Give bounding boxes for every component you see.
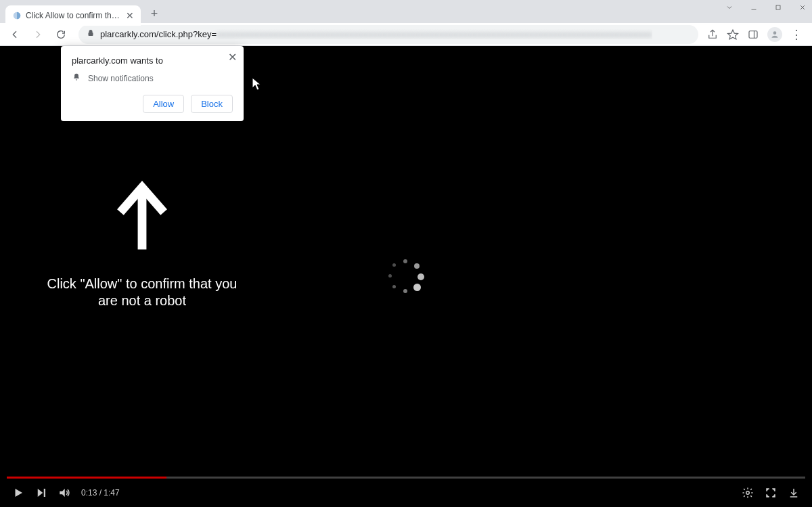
- share-icon[interactable]: [706, 28, 719, 41]
- chevron-down-icon[interactable]: [724, 2, 735, 13]
- permission-heading: plarcarkly.com wants to: [72, 56, 233, 66]
- svg-point-15: [746, 491, 750, 495]
- notification-permission-popup: ✕ plarcarkly.com wants to Show notificat…: [61, 46, 244, 121]
- new-tab-button[interactable]: +: [145, 4, 164, 23]
- svg-marker-14: [60, 489, 65, 497]
- next-icon[interactable]: [35, 487, 47, 499]
- menu-icon[interactable]: ⋮: [790, 28, 803, 41]
- fullscreen-icon[interactable]: [765, 487, 777, 499]
- url-text: plarcarkly.com/click.php?key=xxxxxxxxxxx…: [100, 29, 652, 39]
- tab-favicon-icon: [12, 11, 22, 20]
- svg-rect-13: [44, 489, 45, 497]
- loading-spinner-icon: [387, 258, 425, 296]
- toolbar-right: ⋮: [706, 27, 807, 42]
- svg-marker-12: [38, 489, 43, 497]
- block-button[interactable]: Block: [191, 95, 233, 113]
- bell-icon: [72, 72, 81, 84]
- close-popup-icon[interactable]: ✕: [226, 51, 238, 64]
- browser-tab[interactable]: Click Allow to confirm that you a... ✕: [5, 5, 141, 26]
- window-controls: [724, 0, 808, 15]
- download-icon[interactable]: [788, 487, 800, 499]
- svg-rect-7: [749, 30, 757, 38]
- maximize-icon[interactable]: [773, 2, 784, 13]
- minimize-icon[interactable]: [748, 2, 759, 13]
- permission-row: Show notifications: [72, 72, 233, 84]
- star-icon[interactable]: [727, 28, 739, 41]
- arrow-up-icon: [41, 178, 244, 255]
- reload-button[interactable]: [51, 25, 70, 44]
- back-button[interactable]: [5, 25, 24, 44]
- permission-row-label: Show notifications: [88, 74, 154, 83]
- svg-marker-6: [728, 30, 738, 39]
- url-visible: plarcarkly.com/click.php?key=: [100, 29, 217, 39]
- url-blurred: xxxxxxxxxxxxxxxxxxxxxxxxxxxxxxxxxxxxxxxx…: [217, 29, 652, 39]
- svg-marker-11: [16, 489, 23, 497]
- svg-rect-5: [89, 32, 93, 36]
- close-tab-icon[interactable]: ✕: [126, 11, 134, 20]
- allow-button[interactable]: Allow: [143, 95, 184, 113]
- lock-icon: [87, 29, 95, 39]
- tab-title: Click Allow to confirm that you a...: [26, 11, 122, 20]
- video-controls: 0:13 / 1:47: [0, 479, 812, 507]
- video-time: 0:13 / 1:47: [81, 488, 120, 498]
- overlay-message: Click "Allow" to confirm that you are no…: [41, 275, 244, 309]
- volume-icon[interactable]: [58, 487, 70, 499]
- close-window-icon[interactable]: [797, 2, 808, 13]
- play-icon[interactable]: [12, 487, 24, 499]
- allow-overlay: Click "Allow" to confirm that you are no…: [41, 178, 244, 309]
- tab-strip: Click Allow to confirm that you a... ✕ +: [0, 0, 812, 23]
- settings-gear-icon[interactable]: [742, 487, 754, 499]
- svg-point-9: [773, 31, 777, 35]
- forward-button[interactable]: [28, 25, 47, 44]
- browser-toolbar: plarcarkly.com/click.php?key=xxxxxxxxxxx…: [0, 23, 812, 46]
- svg-rect-2: [776, 5, 780, 9]
- sidepanel-icon[interactable]: [747, 28, 759, 41]
- address-bar[interactable]: plarcarkly.com/click.php?key=xxxxxxxxxxx…: [78, 25, 698, 44]
- profile-avatar[interactable]: [767, 27, 782, 42]
